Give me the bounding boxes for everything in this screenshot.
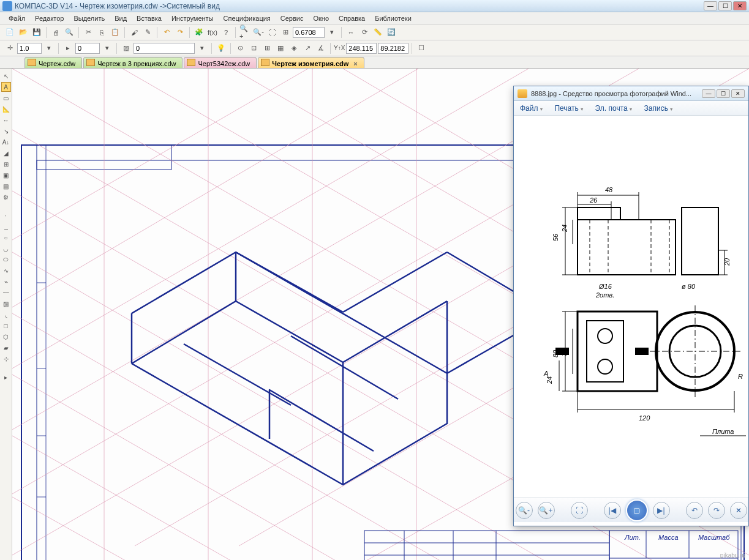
ellipse-icon[interactable]: ⬭ — [1, 255, 11, 264]
lamp-icon[interactable]: 💡 — [215, 42, 227, 54]
zoom-fit-icon[interactable]: ⊞ — [279, 26, 292, 39]
hatch-input[interactable] — [134, 43, 195, 54]
pv-zoom-out-button[interactable]: 🔍- — [516, 502, 533, 519]
params-icon[interactable]: ⚙ — [1, 192, 11, 202]
pv-prev-button[interactable]: |◀ — [604, 502, 621, 519]
spline-icon[interactable]: ∿ — [1, 266, 11, 275]
layer-icon[interactable]: ☐ — [415, 42, 427, 54]
pv-minimize-button[interactable]: — — [702, 89, 715, 98]
select-icon[interactable]: ↖ — [1, 71, 11, 81]
text-icon[interactable]: A↓ — [1, 137, 11, 147]
menu-spec[interactable]: Спецификация — [219, 13, 276, 23]
dropdown-icon[interactable]: ▾ — [196, 42, 208, 54]
brush-icon[interactable]: ✎ — [141, 26, 154, 39]
zoom-window-icon[interactable]: ⛶ — [266, 26, 278, 39]
fold-icon[interactable]: ▸ — [1, 372, 11, 382]
pan-icon[interactable]: ↔ — [345, 26, 357, 39]
snap1-icon[interactable]: ⊙ — [234, 42, 246, 54]
fillet-icon[interactable]: ◟ — [1, 310, 11, 319]
pv-rotate-cw-button[interactable]: ↷ — [708, 502, 725, 519]
pv-next-button[interactable]: ▶| — [653, 502, 670, 519]
polyline-icon[interactable]: ⌁ — [1, 277, 11, 286]
circle-icon[interactable]: ○ — [1, 233, 11, 242]
hatch2-icon[interactable]: ▨ — [1, 299, 11, 308]
copy-icon[interactable]: ⎘ — [96, 26, 108, 39]
pv-maximize-button[interactable]: ☐ — [717, 89, 730, 98]
arc-icon[interactable]: ◡ — [1, 244, 11, 253]
view-icon[interactable]: ▣ — [1, 170, 11, 180]
refresh-icon[interactable]: 🔄 — [385, 26, 397, 39]
axis-icon[interactable]: ⊹ — [1, 354, 11, 364]
snap2-icon[interactable]: ⊡ — [247, 42, 260, 54]
menu-help[interactable]: Справка — [334, 13, 370, 23]
point-icon[interactable]: · — [1, 211, 11, 220]
undo-icon[interactable]: ↶ — [160, 26, 173, 39]
segment-icon[interactable]: ⎯ — [1, 222, 11, 231]
tab-drawing3[interactable]: Черт5342еж.cdw — [184, 57, 257, 68]
rect2-icon[interactable]: □ — [1, 321, 11, 330]
coord-x-input[interactable] — [346, 43, 377, 54]
pv-close-button[interactable]: ✕ — [731, 89, 745, 98]
pv-slideshow-button[interactable]: ▢ — [626, 499, 648, 521]
dim-icon[interactable]: ↔ — [1, 115, 11, 125]
pv-menu-email[interactable]: Эл. почта — [595, 104, 633, 113]
paste-icon[interactable]: 📋 — [109, 26, 121, 39]
menu-window[interactable]: Окно — [308, 13, 334, 23]
photo-viewer-window[interactable]: 8888.jpg - Средство просмотра фотографий… — [513, 86, 749, 526]
menu-file[interactable]: Файл — [4, 13, 30, 23]
pv-title-bar[interactable]: 8888.jpg - Средство просмотра фотографий… — [514, 86, 748, 101]
pv-menu-print[interactable]: Печать — [554, 104, 584, 113]
dropdown-icon[interactable]: ▾ — [101, 42, 113, 54]
pv-rotate-ccw-button[interactable]: ↶ — [686, 502, 703, 519]
grid-icon[interactable]: ▦ — [274, 42, 287, 54]
line-width-input[interactable] — [17, 43, 42, 54]
tab-close-icon[interactable]: × — [353, 60, 357, 67]
new-icon[interactable]: 📄 — [4, 26, 16, 39]
menu-editor[interactable]: Редактор — [30, 13, 69, 23]
snap4-icon[interactable]: ◈ — [288, 42, 300, 54]
zoom-dropdown-icon[interactable]: ▾ — [326, 26, 338, 39]
menu-select[interactable]: Выделить — [69, 13, 110, 23]
table-icon[interactable]: ⊞ — [1, 159, 11, 169]
hatch-icon[interactable]: ▨ — [120, 42, 132, 54]
close-button[interactable]: ✕ — [733, 1, 747, 10]
dropdown-icon[interactable]: ▾ — [43, 42, 55, 54]
line-icon[interactable]: A — [1, 82, 11, 92]
arrow-icon[interactable]: ↘ — [1, 126, 11, 136]
coord-y-input[interactable] — [378, 43, 408, 54]
pv-menu-file[interactable]: Файл — [520, 104, 543, 113]
pv-delete-button[interactable]: ✕ — [730, 502, 747, 519]
tab-drawing1[interactable]: Чертеж.cdw — [24, 57, 82, 68]
measure-icon[interactable]: 📏 — [372, 26, 384, 39]
bezier-icon[interactable]: 〰 — [1, 288, 11, 297]
snap5-icon[interactable]: ↗ — [301, 42, 314, 54]
save-icon[interactable]: 💾 — [31, 26, 43, 39]
maximize-button[interactable]: ☐ — [718, 1, 732, 10]
menu-service[interactable]: Сервис — [276, 13, 309, 23]
open-icon[interactable]: 📂 — [17, 26, 29, 39]
preview-icon[interactable]: 🔍 — [63, 26, 75, 39]
rect-icon[interactable]: ▭ — [1, 93, 11, 103]
zoom-value-input[interactable] — [293, 27, 325, 38]
snap3-icon[interactable]: ⊞ — [261, 42, 273, 54]
menu-libraries[interactable]: Библиотеки — [370, 13, 416, 23]
snap6-icon[interactable]: ∡ — [315, 42, 327, 54]
step-icon[interactable]: ▸ — [62, 42, 74, 54]
zoom-out-icon[interactable]: 🔍- — [252, 26, 265, 39]
pv-fit-button[interactable]: ⛶ — [571, 502, 588, 519]
polygon-icon[interactable]: ⬡ — [1, 332, 11, 342]
measure-icon[interactable]: 📐 — [1, 104, 11, 114]
menu-insert[interactable]: Вставка — [132, 13, 167, 23]
pv-zoom-in-button[interactable]: 🔍+ — [538, 502, 555, 519]
properties-icon[interactable]: 🖌 — [128, 26, 140, 39]
tab-drawing2[interactable]: Чертеж в 3 прекциях.cdw — [83, 57, 183, 68]
fill-icon[interactable]: ▰ — [1, 343, 11, 353]
rotate-icon[interactable]: ⟳ — [358, 26, 371, 39]
tab-drawing4-active[interactable]: Чертеж изометрия.cdw× — [258, 57, 364, 68]
cursor-help-icon[interactable]: ? — [220, 26, 232, 39]
menu-view[interactable]: Вид — [110, 13, 132, 23]
cut-icon[interactable]: ✂ — [82, 26, 94, 39]
menu-tools[interactable]: Инструменты — [167, 13, 219, 23]
vars-icon[interactable]: 🧩 — [193, 26, 205, 39]
ortho-icon[interactable]: ✛ — [4, 42, 16, 54]
